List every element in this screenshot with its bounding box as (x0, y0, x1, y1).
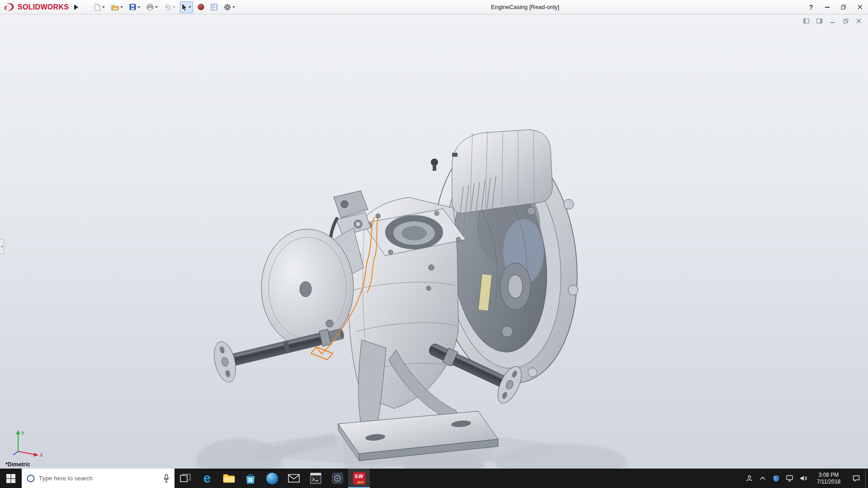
solidworks-logo: SOLIDWORKS (0, 2, 71, 12)
edit-appearance-button[interactable] (196, 1, 206, 13)
print-button[interactable] (145, 1, 160, 13)
view-orientation-label: *Dimetric (5, 461, 30, 468)
task-view-button[interactable] (175, 469, 196, 488)
open-document-button[interactable] (109, 1, 125, 13)
edge-app-button[interactable]: e (196, 469, 218, 488)
command-prompt-icon (310, 473, 321, 484)
close-icon (856, 19, 861, 23)
blue-circle-app-icon (266, 473, 278, 484)
clock-date: 7/11/2018 (817, 479, 841, 485)
close-button[interactable] (852, 0, 868, 14)
window-controls: ? (803, 0, 868, 14)
chevron-up-icon (760, 476, 766, 480)
solidworks-year: 2017 (357, 481, 364, 484)
help-button[interactable]: ? (803, 0, 819, 14)
taskbar: e (0, 469, 868, 488)
mail-envelope-icon (288, 474, 300, 483)
windows-logo-icon (6, 474, 16, 483)
engine-casing-model[interactable] (0, 14, 868, 469)
security-tray-button[interactable] (769, 469, 783, 488)
shield-icon (773, 475, 779, 482)
document-title: EngineCasing [Read-only] (491, 4, 559, 10)
new-document-button[interactable] (92, 1, 107, 13)
blue-circle-app-button[interactable] (261, 469, 283, 488)
edge-icon: e (203, 472, 211, 485)
file-properties-icon (211, 4, 217, 10)
triad-x-label: X (40, 453, 43, 458)
show-desktop-button[interactable] (865, 469, 868, 488)
network-tray-button[interactable] (783, 469, 797, 488)
panel-tab-dot (1, 246, 3, 247)
volume-tray-button[interactable] (797, 469, 810, 488)
restore-document-button[interactable] (840, 17, 851, 25)
clock-time: 3:08 PM (819, 472, 839, 479)
file-properties-button[interactable] (209, 1, 219, 13)
microphone-icon[interactable] (163, 474, 170, 483)
people-tray-button[interactable] (742, 469, 756, 488)
graphics-area[interactable]: Y X *Dimetric (0, 14, 868, 469)
undo-button[interactable] (162, 1, 177, 13)
chevron-down-icon (232, 6, 235, 8)
file-explorer-app-button[interactable] (218, 469, 240, 488)
mail-app-button[interactable] (283, 469, 305, 488)
restore-icon (843, 19, 849, 24)
collapsed-panel-tab[interactable] (0, 239, 4, 254)
network-monitor-icon (786, 475, 794, 482)
dock-pane-left-button[interactable] (801, 17, 812, 25)
chevron-down-icon (137, 6, 140, 8)
store-bag-icon (245, 473, 256, 484)
solidworks-app-icon: SW 2017 (353, 472, 365, 484)
chevron-down-icon (102, 6, 105, 8)
dock-pane-left-icon (803, 19, 809, 23)
solidworks-screen: SOLIDWORKS (0, 0, 868, 488)
orientation-triad[interactable]: Y X (10, 429, 46, 460)
quick-access-toolbar (92, 1, 237, 13)
triad-y-label: Y (21, 431, 24, 436)
titlebar: SOLIDWORKS (0, 0, 868, 14)
chevron-down-icon (189, 6, 191, 8)
chevron-down-icon (173, 6, 175, 8)
hidden-icons-button[interactable] (756, 469, 769, 488)
close-document-button[interactable] (853, 17, 864, 25)
task-view-icon (180, 474, 191, 483)
options-button[interactable] (222, 1, 237, 13)
minimize-icon (825, 7, 830, 8)
minimize-button[interactable] (819, 0, 835, 14)
solidworks-logo-text: SOLIDWORKS (18, 3, 69, 11)
undo-icon (164, 4, 171, 10)
right-triangle-icon (74, 5, 78, 10)
select-button[interactable] (180, 1, 193, 13)
search-input[interactable] (39, 475, 159, 482)
system-tray: 3:08 PM 7/11/2018 (742, 469, 868, 488)
print-icon (146, 4, 154, 10)
gear-icon (224, 4, 231, 11)
solidworks-app-button[interactable]: SW 2017 (348, 469, 370, 488)
dark-app-button[interactable] (326, 469, 348, 488)
action-center-button[interactable] (847, 469, 865, 488)
close-icon (858, 5, 863, 9)
cortana-icon (26, 474, 35, 483)
document-window-controls (801, 17, 864, 25)
clutch-disc (261, 228, 363, 347)
minimize-document-button[interactable] (827, 17, 838, 25)
save-icon (129, 4, 136, 10)
restore-icon (841, 5, 846, 10)
menu-flyout-arrow[interactable] (71, 1, 80, 13)
store-app-button[interactable] (240, 469, 261, 488)
chevron-down-icon (155, 6, 158, 8)
action-center-icon (853, 475, 860, 482)
file-explorer-icon (223, 474, 235, 483)
select-cursor-icon (182, 3, 187, 11)
chevron-down-icon (120, 6, 123, 8)
solidworks-logo-icon (4, 2, 16, 12)
dock-pane-right-button[interactable] (814, 17, 825, 25)
save-button[interactable] (127, 1, 142, 13)
restore-button[interactable] (835, 0, 852, 14)
dock-pane-right-icon (816, 19, 822, 23)
minimize-icon (830, 19, 835, 23)
command-prompt-app-button[interactable] (305, 469, 326, 488)
start-button[interactable] (0, 469, 22, 488)
taskbar-search[interactable] (22, 469, 175, 488)
solidworks-abbr: SW (355, 474, 364, 479)
taskbar-clock[interactable]: 3:08 PM 7/11/2018 (810, 469, 847, 488)
